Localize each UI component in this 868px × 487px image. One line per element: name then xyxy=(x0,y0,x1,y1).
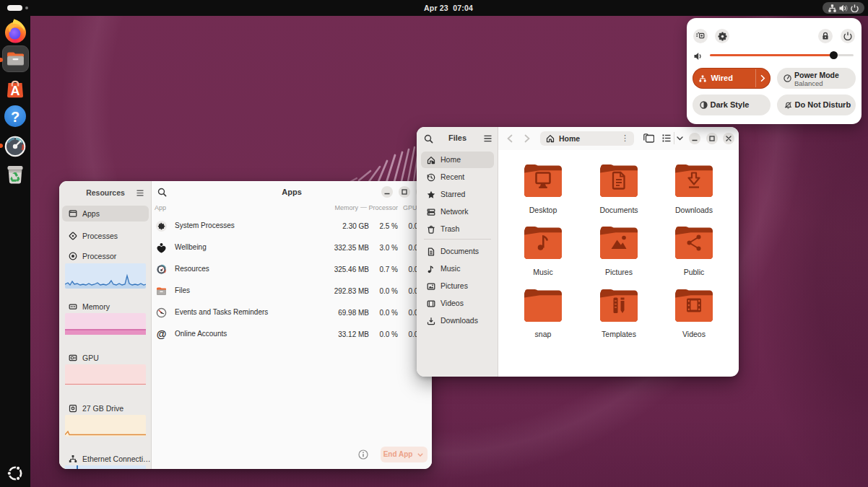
svg-text:A: A xyxy=(11,84,20,98)
svg-text:?: ? xyxy=(11,109,19,125)
